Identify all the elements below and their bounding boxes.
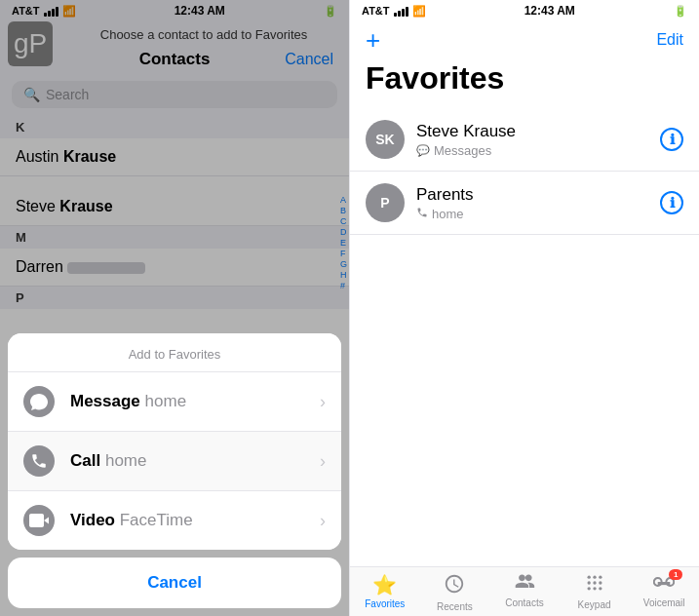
action-call-row[interactable]: Call home › <box>8 432 341 491</box>
contacts-tab-icon <box>514 573 535 596</box>
favorites-tab-icon: ⭐ <box>372 573 397 597</box>
video-chevron-icon: › <box>320 511 326 531</box>
right-status-left: AT&T 📶 <box>362 5 426 18</box>
tab-favorites-label: Favorites <box>365 598 405 609</box>
message-icon <box>23 386 55 417</box>
fav-sub-steve: 💬 Messages <box>416 143 648 158</box>
message-chevron-icon: › <box>320 392 326 412</box>
avatar-parents: P <box>366 183 405 222</box>
rbar2 <box>398 11 401 17</box>
favorites-list: SK Steve Krause 💬 Messages ℹ P Parents <box>350 108 699 566</box>
fav-info-steve: Steve Krause 💬 Messages <box>416 122 648 158</box>
voicemail-tab-icon: 1 <box>653 573 675 596</box>
tab-recents-label: Recents <box>437 601 473 612</box>
action-sheet-card: Add to Favorites Message home › <box>8 333 341 550</box>
rbar1 <box>394 13 397 17</box>
keypad-tab-icon <box>585 573 604 597</box>
tab-bar: ⭐ Favorites Recents Contacts <box>350 566 699 616</box>
fav-name-parents: Parents <box>416 185 648 205</box>
call-icon <box>23 445 55 477</box>
right-wifi-icon: 📶 <box>412 5 426 18</box>
right-signal-bars <box>394 5 408 17</box>
fav-sub-label-parents: home <box>432 207 464 221</box>
tab-keypad[interactable]: Keypad <box>560 573 630 612</box>
tab-favorites[interactable]: ⭐ Favorites <box>350 573 420 612</box>
tab-contacts[interactable]: Contacts <box>489 573 560 612</box>
tab-recents[interactable]: Recents <box>420 573 490 612</box>
right-carrier: AT&T <box>362 5 390 17</box>
modal-overlay: Add to Favorites Message home › <box>0 0 349 616</box>
fav-info-button-parents[interactable]: ℹ <box>660 191 683 214</box>
tab-keypad-label: Keypad <box>578 599 611 610</box>
action-sheet-title: Add to Favorites <box>8 333 341 372</box>
svg-point-5 <box>599 581 602 584</box>
right-panel: AT&T 📶 12:43 AM 🔋 + Edit Favorites SK St… <box>349 0 699 616</box>
edit-button[interactable]: Edit <box>656 31 683 49</box>
rbar3 <box>402 9 405 17</box>
svg-point-0 <box>587 576 590 579</box>
right-time: 12:43 AM <box>524 4 575 18</box>
favorite-steve-krause[interactable]: SK Steve Krause 💬 Messages ℹ <box>350 108 699 172</box>
right-status-bar: AT&T 📶 12:43 AM 🔋 <box>350 0 699 21</box>
rbar4 <box>406 7 408 17</box>
fav-sub-label-steve: Messages <box>434 143 491 158</box>
svg-point-3 <box>587 581 590 584</box>
voicemail-badge: 1 <box>669 569 682 580</box>
call-chevron-icon: › <box>320 451 326 472</box>
svg-point-6 <box>587 587 590 590</box>
svg-point-2 <box>599 576 602 579</box>
message-sub-icon: 💬 <box>416 144 430 157</box>
tab-contacts-label: Contacts <box>505 597 543 608</box>
right-status-right: 🔋 <box>674 5 687 18</box>
action-call-text: Call home <box>70 451 304 471</box>
action-message-text: Message home <box>70 392 304 411</box>
action-video-text: Video FaceTime <box>70 511 304 530</box>
svg-point-7 <box>593 587 596 590</box>
fav-info-button-steve[interactable]: ℹ <box>660 128 683 151</box>
phone-sub-icon <box>416 207 428 220</box>
modal-cancel-button[interactable]: Cancel <box>8 558 341 608</box>
fav-info-parents: Parents home <box>416 185 648 221</box>
svg-point-8 <box>599 587 602 590</box>
svg-point-4 <box>593 581 596 584</box>
tab-voicemail-label: Voicemail <box>643 597 685 608</box>
fav-name-steve: Steve Krause <box>416 122 648 141</box>
right-header: + Edit <box>350 21 699 57</box>
action-sheet: Add to Favorites Message home › <box>8 333 341 608</box>
tab-voicemail[interactable]: 1 Voicemail <box>629 573 699 612</box>
recents-tab-icon <box>444 573 465 599</box>
avatar-sk: SK <box>366 120 405 159</box>
favorite-parents[interactable]: P Parents home ℹ <box>350 172 699 235</box>
add-favorite-button[interactable]: + <box>366 27 380 53</box>
action-message-row[interactable]: Message home › <box>8 372 341 432</box>
svg-point-1 <box>593 576 596 579</box>
svg-rect-11 <box>658 582 671 585</box>
action-video-row[interactable]: Video FaceTime › <box>8 491 341 550</box>
left-panel: AT&T 📶 12:43 AM 🔋 gP Choose a contact to… <box>0 0 349 616</box>
fav-sub-parents: home <box>416 207 648 221</box>
favorites-title: Favorites <box>350 57 699 108</box>
video-icon <box>23 505 55 536</box>
